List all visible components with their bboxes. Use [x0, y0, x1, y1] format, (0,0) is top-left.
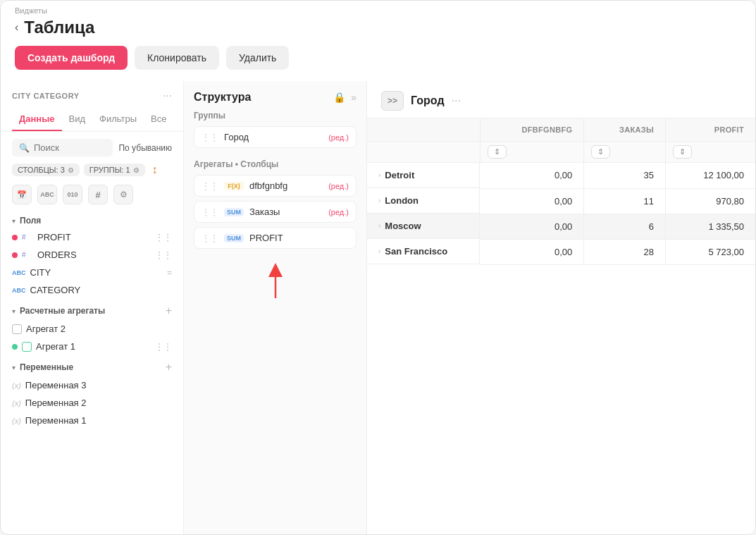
filter-profit-pill[interactable]: ⇕ — [673, 145, 692, 159]
field-city-action-icon[interactable]: = — [167, 268, 172, 278]
fields-section-title: Поля — [20, 216, 41, 226]
create-dashboard-button[interactable]: Создать дашборд — [15, 46, 128, 70]
filter-dfbfgnbfg-pill[interactable]: ⇕ — [488, 145, 507, 159]
field-profit-action-icon[interactable]: ⋮⋮ — [155, 233, 172, 242]
variables-add-icon[interactable]: + — [166, 361, 172, 374]
main-content: CITY CATEGORY ··· Данные Вид Фильтры Все… — [1, 81, 755, 534]
top-bar: Виджеты ‹ Таблица Создать дашборд Клонир… — [1, 1, 755, 81]
moscow-profit: 1 335,50 — [665, 214, 755, 239]
columns-chip-settings-icon[interactable]: ⚙ — [68, 166, 74, 174]
row-chevron-detroit-icon[interactable]: › — [378, 171, 380, 179]
clone-button[interactable]: Клонировать — [135, 46, 219, 70]
columns-chip[interactable]: СТОЛБЦЫ: 3 ⚙ — [12, 164, 80, 176]
variables-section-header[interactable]: ▾ Переменные + — [6, 355, 178, 376]
variable-1[interactable]: (x) Переменная 1 — [6, 412, 178, 429]
red-arrow-annotation — [194, 263, 357, 305]
page-title-row: ‹ Таблица — [15, 18, 741, 37]
sort-desc-icon[interactable]: ↕ — [152, 164, 158, 176]
breadcrumb: Виджеты — [15, 6, 741, 15]
groups-chip[interactable]: ГРУППЫ: 1 ⚙ — [84, 164, 145, 176]
field-category[interactable]: ABC CATEGORY — [6, 281, 178, 299]
structure-header: Структура 🔒 » — [184, 81, 366, 111]
city-detroit-name: Detroit — [385, 170, 414, 180]
expand-button[interactable]: >> — [381, 91, 404, 111]
fields-section-header[interactable]: ▾ Поля — [6, 210, 178, 228]
groups-label: Группы — [194, 111, 357, 121]
row-chevron-sf-icon[interactable]: › — [378, 247, 380, 255]
table-row-moscow: › Moscow 0,00 6 1 335,50 — [367, 214, 755, 239]
right-menu-icon[interactable]: ··· — [452, 94, 461, 107]
city-moscow-name: Moscow — [385, 221, 421, 231]
aggregates-columns-section: Агрегаты • Столбцы ⋮⋮ F(X) dfbfgnbfg (ре… — [184, 159, 366, 534]
agg-drag-handle-icon[interactable]: ⋮⋮ — [202, 181, 218, 191]
row-chevron-london-icon[interactable]: › — [378, 197, 380, 204]
lock-icon[interactable]: 🔒 — [333, 92, 345, 103]
agg-dfbfgnbfg-name: dfbfgnbfg — [249, 180, 323, 191]
field-orders[interactable]: # ORDERS ⋮⋮ — [6, 246, 178, 264]
group-drag-handle-icon[interactable]: ⋮⋮ — [202, 133, 218, 142]
search-sort-row: 🔍 По убыванию — [1, 132, 183, 161]
aggregates-add-icon[interactable]: + — [166, 305, 172, 317]
aggregate-2-label: Агрегат 2 — [26, 324, 172, 334]
col-header-dfbfgnbfg: DFBFGNBFG — [480, 118, 584, 142]
tab-view[interactable]: Вид — [62, 108, 93, 131]
filter-text-icon[interactable]: ABC — [37, 185, 57, 204]
aggregate-2[interactable]: Агрегат 2 — [6, 320, 178, 338]
filter-icons-row: 📅 ABC 010 # ⚙ — [1, 182, 183, 210]
agg-orders-edit[interactable]: (ред.) — [328, 208, 349, 216]
row-chevron-moscow-icon[interactable]: › — [378, 222, 380, 230]
page-title: Таблица — [24, 18, 94, 37]
aggregates-section-header[interactable]: ▾ Расчетные агрегаты + — [6, 299, 178, 320]
agg-dfbfgnbfg-edit[interactable]: (ред.) — [328, 182, 349, 190]
field-profit[interactable]: # PROFIT ⋮⋮ — [6, 228, 178, 246]
variables-chevron-icon: ▾ — [12, 364, 16, 371]
london-orders: 11 — [584, 188, 666, 214]
agg-orders-drag-icon[interactable]: ⋮⋮ — [202, 207, 218, 217]
agg-profit-drag-icon[interactable]: ⋮⋮ — [202, 233, 218, 243]
filter-settings-icon[interactable]: ⚙ — [113, 185, 133, 204]
aggregates-section-title: Расчетные агрегаты — [20, 306, 105, 316]
variables-section-title: Переменные — [20, 362, 73, 372]
tab-all[interactable]: Все — [144, 108, 173, 131]
aggregate-1[interactable]: Агрегат 1 ⋮⋮ — [6, 338, 178, 355]
agg-profit-sum-tag: SUM — [224, 234, 244, 242]
groups-chip-settings-icon[interactable]: ⚙ — [133, 166, 140, 174]
field-orders-action-icon[interactable]: ⋮⋮ — [155, 250, 172, 260]
variable-2[interactable]: (x) Переменная 2 — [6, 394, 178, 412]
search-input[interactable] — [34, 142, 106, 153]
field-profit-label: PROFIT — [37, 232, 151, 242]
group-city-name: Город — [224, 132, 323, 142]
city-london: › London — [367, 188, 480, 214]
sort-label[interactable]: По убыванию — [118, 143, 172, 153]
table-header-row: DFBFGNBFG ЗАКАЗЫ PROFIT — [367, 118, 755, 142]
search-box: 🔍 — [12, 139, 113, 156]
filter-number-icon[interactable]: 010 — [63, 185, 82, 204]
filter-profit-cell: ⇕ — [665, 142, 755, 163]
filter-hash-icon[interactable]: # — [88, 185, 108, 204]
agg-orders: ⋮⋮ SUM Заказы (ред.) — [194, 201, 357, 223]
filter-name-cell — [367, 142, 480, 163]
detroit-profit: 12 100,00 — [665, 163, 755, 189]
filter-orders-pill[interactable]: ⇕ — [591, 145, 610, 159]
table-row-london: › London 0,00 11 970,80 — [367, 188, 755, 214]
variable-1-label: Переменная 1 — [25, 415, 172, 426]
collapse-icon[interactable]: » — [351, 92, 357, 103]
city-sf: › San Francisco — [367, 239, 480, 264]
filter-orders-cell: ⇕ — [584, 142, 666, 163]
tab-data[interactable]: Данные — [12, 108, 62, 131]
london-profit: 970,80 — [665, 188, 755, 214]
filter-dfbfgnbfg-cell: ⇕ — [480, 142, 584, 163]
chips-row: СТОЛБЦЫ: 3 ⚙ ГРУППЫ: 1 ⚙ ↕ — [1, 161, 183, 182]
data-table: DFBFGNBFG ЗАКАЗЫ PROFIT ⇕ — [367, 118, 755, 265]
tab-filters[interactable]: Фильтры — [92, 108, 144, 131]
agg-profit-name: PROFIT — [249, 233, 349, 243]
back-button[interactable]: ‹ — [15, 21, 18, 34]
filter-date-icon[interactable]: 📅 — [12, 185, 32, 204]
delete-button[interactable]: Удалить — [226, 46, 289, 70]
dataset-menu-icon[interactable]: ··· — [163, 90, 172, 102]
city-detroit: › Detroit — [367, 163, 480, 188]
group-city-edit[interactable]: (ред.) — [328, 133, 349, 142]
aggregate-1-action-icon[interactable]: ⋮⋮ — [155, 342, 172, 352]
field-city[interactable]: ABC CITY = — [6, 264, 178, 281]
variable-3[interactable]: (x) Переменная 3 — [6, 376, 178, 394]
